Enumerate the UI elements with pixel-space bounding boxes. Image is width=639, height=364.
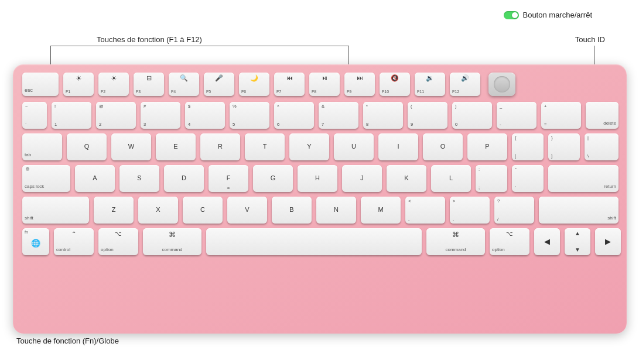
key-x[interactable]: X: [138, 197, 178, 224]
key-space[interactable]: [206, 228, 422, 255]
touch-id-label: Touch ID: [575, 35, 605, 44]
key-f7[interactable]: ⏮ F7: [274, 73, 305, 96]
key-tab[interactable]: tab: [22, 133, 62, 160]
key-a[interactable]: A: [75, 165, 115, 192]
key-l[interactable]: L: [431, 165, 471, 192]
key-bracket-left[interactable]: { [: [512, 133, 544, 160]
key-command-right[interactable]: ⌘ command: [426, 228, 485, 255]
fn-bracket-left: [50, 46, 51, 66]
key-option-right[interactable]: ⌥ option: [490, 228, 529, 255]
key-5[interactable]: % 5: [230, 102, 269, 129]
key-esc-label: esc: [25, 87, 33, 94]
key-e[interactable]: E: [156, 133, 196, 160]
key-f8[interactable]: ⏯ F8: [309, 73, 340, 96]
key-slash[interactable]: ? /: [494, 197, 534, 224]
key-1[interactable]: ! 1: [52, 102, 91, 129]
fn-bracket-line: [50, 46, 349, 46]
key-equals[interactable]: + =: [541, 102, 581, 129]
key-y[interactable]: Y: [289, 133, 329, 160]
key-f1[interactable]: ☀ F1: [63, 73, 94, 96]
key-f[interactable]: F: [209, 165, 248, 192]
key-fn[interactable]: fn 🌐: [22, 228, 49, 255]
key-shift-left[interactable]: shift: [22, 197, 89, 224]
key-i[interactable]: I: [378, 133, 418, 160]
key-option-left[interactable]: ⌥ option: [98, 228, 138, 255]
key-2[interactable]: @ 2: [96, 102, 136, 129]
key-w[interactable]: W: [111, 133, 151, 160]
key-f6[interactable]: 🌙 F6: [239, 73, 269, 96]
power-toggle-icon: [504, 11, 519, 19]
key-8[interactable]: * 8: [363, 102, 403, 129]
key-t[interactable]: T: [245, 133, 285, 160]
key-control[interactable]: ⌃ control: [54, 228, 94, 255]
key-7[interactable]: & 7: [319, 102, 358, 129]
key-r[interactable]: R: [200, 133, 240, 160]
key-f3[interactable]: ⊟ F3: [134, 73, 164, 96]
key-o[interactable]: O: [423, 133, 463, 160]
key-f9[interactable]: ⏭ F9: [344, 73, 375, 96]
key-b[interactable]: B: [272, 197, 312, 224]
fn-bracket-right: [348, 46, 349, 66]
key-f2[interactable]: ☀ F2: [98, 73, 129, 96]
keys-area: esc ☀ F1 ☀ F2 ⊟ F3 🔍 F4: [22, 73, 617, 324]
key-touchid[interactable]: [488, 73, 515, 96]
key-shift-right[interactable]: shift: [539, 197, 619, 224]
key-caps-lock[interactable]: caps lock: [22, 165, 70, 192]
key-esc[interactable]: esc: [22, 73, 59, 96]
key-f11[interactable]: 🔉 F11: [415, 73, 445, 96]
key-arrow-right[interactable]: ▶: [595, 228, 621, 255]
scene: Bouton marche/arrêt Touch ID Touches de …: [0, 0, 639, 364]
key-4[interactable]: $ 4: [185, 102, 225, 129]
key-c[interactable]: C: [183, 197, 223, 224]
key-period[interactable]: > .: [450, 197, 490, 224]
key-m[interactable]: M: [361, 197, 401, 224]
key-3[interactable]: # 3: [141, 102, 180, 129]
key-9[interactable]: ( 9: [408, 102, 447, 129]
touch-id-line: [594, 46, 594, 66]
fn-globe-label: Touche de fonction (Fn)/Globe: [16, 336, 119, 345]
key-delete[interactable]: delete: [586, 102, 619, 129]
key-arrow-left[interactable]: ◀: [534, 228, 560, 255]
key-j[interactable]: J: [342, 165, 382, 192]
key-f10[interactable]: 🔇 F10: [380, 73, 410, 96]
key-semicolon[interactable]: : ;: [476, 165, 507, 192]
key-v[interactable]: V: [227, 197, 267, 224]
key-command-left[interactable]: ⌘ command: [143, 228, 201, 255]
key-n[interactable]: N: [316, 197, 356, 224]
key-backtick[interactable]: ~ `: [22, 102, 47, 129]
key-h[interactable]: H: [298, 165, 337, 192]
key-arrow-up-down[interactable]: ▲ ▼: [565, 228, 590, 255]
key-p[interactable]: P: [467, 133, 507, 160]
key-f5[interactable]: 🎤 F5: [204, 73, 234, 96]
key-s[interactable]: S: [119, 165, 159, 192]
key-q[interactable]: Q: [67, 133, 107, 160]
key-6[interactable]: ^ 6: [274, 102, 314, 129]
key-bracket-right[interactable]: } ]: [548, 133, 580, 160]
key-u[interactable]: U: [334, 133, 374, 160]
power-indicator: Bouton marche/arrêt: [504, 11, 592, 19]
key-return[interactable]: return: [548, 165, 619, 192]
keyboard-body: esc ☀ F1 ☀ F2 ⊟ F3 🔍 F4: [13, 64, 627, 334]
key-k[interactable]: K: [387, 165, 426, 192]
key-z[interactable]: Z: [94, 197, 134, 224]
key-backslash[interactable]: | \: [585, 133, 619, 160]
key-minus[interactable]: _ -: [497, 102, 537, 129]
function-keys-label: Touches de fonction (F1 à F12): [97, 35, 202, 44]
power-button-label: Bouton marche/arrêt: [522, 11, 592, 19]
key-g[interactable]: G: [253, 165, 293, 192]
key-quote[interactable]: " ': [512, 165, 544, 192]
key-0[interactable]: ) 0: [452, 102, 492, 129]
key-f12[interactable]: 🔊 F12: [450, 73, 480, 96]
key-comma[interactable]: < ,: [405, 197, 445, 224]
key-f4[interactable]: 🔍 F4: [169, 73, 199, 96]
key-d[interactable]: D: [164, 165, 204, 192]
